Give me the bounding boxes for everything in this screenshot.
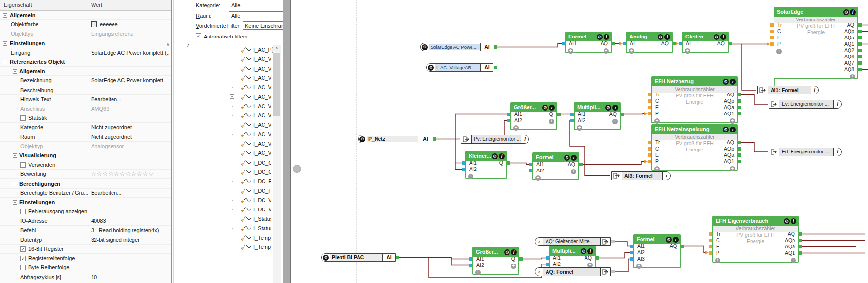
port-connector-AI1[interactable]: [630, 245, 633, 248]
port-connector-AI2[interactable]: [546, 263, 549, 266]
add-input-button[interactable]: +: [535, 175, 541, 181]
info-icon[interactable]: i: [664, 34, 670, 40]
block-formel2[interactable]: Formel⚙iAI1AI2AQ++: [532, 152, 579, 180]
info-icon[interactable]: i: [499, 153, 505, 159]
add-input-button[interactable]: +: [468, 174, 473, 179]
port-connector-AQp[interactable]: [799, 239, 802, 242]
port-connector-AQ[interactable]: [738, 93, 741, 96]
gear-icon[interactable]: ⚙: [542, 105, 548, 111]
port-connector-C[interactable]: [770, 30, 774, 33]
ref-r_ev[interactable]: Ev: Energiemonitor ...i: [769, 100, 842, 109]
ref-r_pv[interactable]: Pv: Energiemonitor ...i: [461, 135, 529, 144]
jump-to-target-icon[interactable]: [601, 268, 610, 276]
port-connector-AI1[interactable]: [507, 113, 510, 116]
info-icon[interactable]: i: [663, 172, 670, 180]
port-connector-E[interactable]: [648, 106, 651, 109]
info-icon[interactable]: i: [720, 34, 726, 40]
add-input-button[interactable]: +: [654, 166, 660, 171]
add-input-button[interactable]: +: [577, 125, 582, 131]
port-connector-AI1[interactable]: [469, 257, 472, 261]
port-connector-AQ[interactable]: [681, 245, 684, 248]
port-connector-AI1[interactable]: [529, 163, 532, 166]
info-icon[interactable]: i: [850, 9, 856, 15]
output-connector[interactable]: [433, 137, 436, 141]
port-connector-AQ8[interactable]: [858, 68, 862, 71]
jump-to-source-icon[interactable]: [461, 135, 471, 143]
info-icon[interactable]: i: [587, 248, 593, 254]
port-connector-AQ[interactable]: [799, 232, 802, 236]
port-connector-AI1[interactable]: [562, 42, 565, 45]
input-in_solaredge[interactable]: ⚙SolarEdge AC Powe...AI: [420, 43, 493, 51]
block-groesser2[interactable]: Größer...⚙iAI1AI2Q++: [472, 247, 519, 275]
jump-to-source-icon[interactable]: [769, 148, 779, 156]
port-connector-Tr[interactable]: [648, 141, 651, 144]
info-icon[interactable]: i: [834, 148, 841, 156]
gear-icon[interactable]: ⚙: [504, 249, 510, 255]
port-connector-AQ[interactable]: [729, 42, 732, 45]
add-input-button[interactable]: +: [715, 258, 720, 263]
port-connector-AQ[interactable]: [579, 163, 583, 166]
block-solaredge[interactable]: SolarEdge⚙iVerbrauchszählerPV groß für E…: [774, 7, 858, 79]
info-icon[interactable]: i: [604, 34, 609, 40]
port-connector-AQa[interactable]: [858, 36, 862, 39]
input-in_voltage[interactable]: ⚙I_AC_VoltageABAI: [426, 63, 493, 72]
output-connector[interactable]: [396, 256, 399, 259]
gear-icon[interactable]: ⚙: [564, 155, 570, 161]
add-input-button[interactable]: +: [629, 48, 634, 54]
gear-icon[interactable]: ⚙: [714, 34, 719, 40]
port-connector-AI1[interactable]: [462, 161, 465, 165]
port-connector-Q[interactable]: [519, 257, 523, 261]
block-kleiner[interactable]: Kleiner...⚙iAI1AI2Q+: [465, 151, 507, 179]
port-connector-AQ1[interactable]: [738, 112, 741, 115]
info-icon[interactable]: i: [511, 249, 517, 255]
port-connector-AQ2[interactable]: [858, 49, 862, 52]
port-connector-Tr[interactable]: [709, 232, 712, 236]
info-icon[interactable]: i: [834, 100, 841, 108]
gear-icon[interactable]: ⚙: [581, 248, 586, 254]
port-connector-AQ7[interactable]: [858, 61, 862, 65]
port-connector-AQ1[interactable]: [858, 42, 862, 46]
add-output-button[interactable]: +: [549, 119, 554, 124]
port-connector-AQ1[interactable]: [738, 160, 741, 163]
gear-icon[interactable]: ⚙: [723, 79, 729, 85]
port-connector-AI[interactable]: [679, 42, 682, 45]
info-icon[interactable]: i: [791, 218, 796, 224]
info-icon[interactable]: i: [535, 238, 543, 245]
port-connector-P[interactable]: [648, 112, 651, 115]
add-input-button[interactable]: +: [568, 48, 573, 54]
block-formel1[interactable]: Formel⚙iAI1AQ++: [565, 32, 612, 53]
port-connector-E[interactable]: [709, 245, 712, 248]
gear-icon[interactable]: ⚙: [492, 153, 498, 159]
port-connector-AQa[interactable]: [799, 245, 802, 248]
port-connector-AQa[interactable]: [738, 106, 741, 109]
add-input-button[interactable]: +: [513, 125, 519, 131]
gear-icon[interactable]: ⚙: [658, 34, 663, 40]
port-connector-C[interactable]: [709, 239, 712, 242]
port-connector-AI2[interactable]: [630, 251, 633, 254]
ref-r_aqf[interactable]: iAQ: Formel: [535, 267, 611, 276]
port-connector-Q[interactable]: [557, 113, 561, 116]
block-netzbezug[interactable]: EFH Netzbezug⚙iVerbrauchszählerPV groß f…: [651, 76, 738, 123]
jump-to-target-icon[interactable]: [601, 238, 610, 245]
gear-icon[interactable]: ⚙: [428, 65, 434, 71]
info-icon[interactable]: i: [730, 79, 736, 85]
jump-to-source-icon[interactable]: [769, 100, 779, 108]
port-connector-AQp[interactable]: [858, 30, 862, 33]
gear-icon[interactable]: ⚙: [666, 237, 672, 243]
info-icon[interactable]: i: [612, 105, 618, 111]
port-connector-AI2[interactable]: [469, 264, 472, 267]
block-gleiten[interactable]: Gleiten...⚙iAIAQ+: [682, 32, 729, 53]
port-connector-AI2[interactable]: [462, 168, 465, 171]
add-input-button[interactable]: +: [654, 118, 660, 124]
add-input-button[interactable]: +: [685, 48, 690, 54]
port-connector-AQp[interactable]: [738, 99, 741, 103]
block-formel3[interactable]: Formel⚙iAI1AI2AI3AQ+: [633, 234, 681, 268]
port-connector-P[interactable]: [709, 251, 712, 255]
add-output-button[interactable]: +: [791, 258, 796, 263]
jump-to-source-icon[interactable]: [758, 86, 768, 94]
port-connector-AQ[interactable]: [596, 256, 599, 260]
gear-icon[interactable]: ⚙: [605, 105, 611, 111]
gear-icon[interactable]: ⚙: [784, 218, 790, 224]
info-icon[interactable]: i: [673, 237, 679, 243]
info-icon[interactable]: i: [521, 135, 528, 143]
